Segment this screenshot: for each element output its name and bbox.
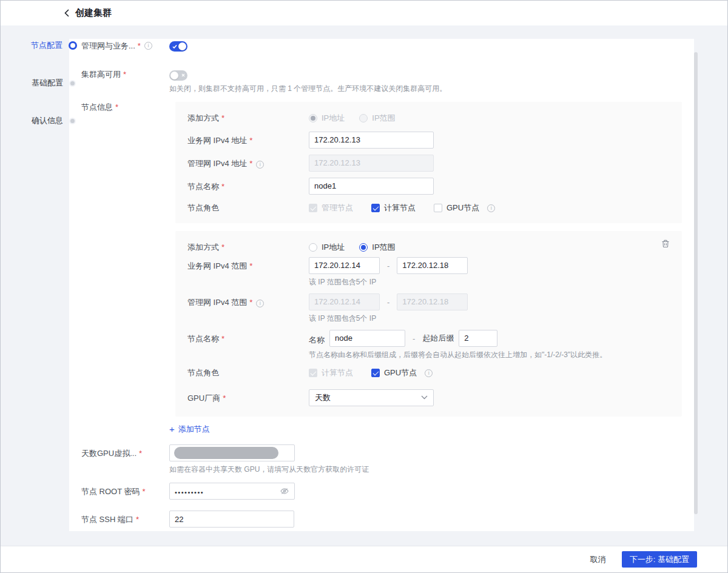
required-asterisk xyxy=(247,298,252,307)
cancel-button[interactable]: 取消 xyxy=(590,554,606,565)
mgmt-business-toggle[interactable] xyxy=(169,41,187,52)
node-section-2: 添加方式 IP地址 IP范围 业务网 IPv4 范围 - xyxy=(175,231,682,417)
required-asterisk xyxy=(113,102,118,113)
gpu-license-input[interactable] xyxy=(169,444,295,461)
row-mgmt-range: 管理网 IPv4 范围 - 该 IP 范围包含5个 IP xyxy=(187,293,670,323)
chevron-down-icon xyxy=(421,395,428,400)
name-prefix-label: 名称 xyxy=(309,331,325,346)
step-label: 基础配置 xyxy=(32,78,63,89)
cluster-ha-label: 集群高可用 xyxy=(81,69,169,80)
checkbox-box xyxy=(371,204,380,212)
info-icon[interactable] xyxy=(487,204,495,212)
delete-node-section-button[interactable] xyxy=(660,238,671,249)
row-root-password: 节点 ROOT 密码 ••••••••• xyxy=(81,483,682,500)
ssh-port-label: 节点 SSH 端口 xyxy=(81,511,169,525)
radio-ip-range[interactable]: IP范围 xyxy=(359,242,395,253)
ssh-port-input[interactable] xyxy=(169,511,294,528)
row-node-roles: 节点角色 计算节点 GPU节点 xyxy=(187,367,670,378)
toggle-x-icon xyxy=(181,73,185,77)
step-marker-active xyxy=(69,41,77,50)
toggle-password-visibility-button[interactable] xyxy=(280,487,289,495)
row-add-mode: 添加方式 IP地址 IP范围 xyxy=(187,242,670,253)
required-asterisk xyxy=(219,113,224,122)
name-prefix-input[interactable] xyxy=(329,330,405,347)
toggle-knob xyxy=(178,42,186,50)
next-step-button[interactable]: 下一步: 基础配置 xyxy=(622,551,697,568)
form-card: 管理网与业务... 集群高可用 xyxy=(69,39,694,531)
mgmt-range-label: 管理网 IPv4 范围 xyxy=(187,298,247,307)
gpu-vendor-label: GPU厂商 xyxy=(187,394,220,403)
mgmt-ip-input xyxy=(309,155,434,172)
required-asterisk xyxy=(140,486,146,497)
step-node-config[interactable]: 节点配置 xyxy=(14,40,77,51)
required-asterisk xyxy=(220,394,226,403)
step-label: 节点配置 xyxy=(31,40,62,51)
required-asterisk xyxy=(219,182,224,191)
node-name-label: 节点名称 xyxy=(187,334,219,343)
required-asterisk xyxy=(135,41,141,52)
checkbox-compute-node[interactable]: 计算节点 xyxy=(371,203,416,213)
radio-ip-address[interactable]: IP地址 xyxy=(309,113,345,124)
info-icon[interactable] xyxy=(256,300,264,307)
checkbox-mgmt-node: 管理节点 xyxy=(309,203,353,213)
trash-icon xyxy=(661,240,670,248)
mgmt-range-from-input xyxy=(309,293,380,310)
node-name-help: 节点名称由名称和后缀组成，后缀将会自动从起始后缀依次往上增加，如"-1/-2/-… xyxy=(309,350,670,360)
back-button[interactable]: 创建集群 xyxy=(64,7,112,19)
row-node-name: 节点名称 xyxy=(187,178,670,195)
radio-dot xyxy=(359,114,368,122)
mgmt-ip-label: 管理网 IPv4 地址 xyxy=(187,159,247,168)
required-asterisk xyxy=(219,243,224,252)
step-basic-config[interactable]: 基础配置 xyxy=(14,78,77,89)
page-body: 节点配置 基础配置 确认信息 管理网与业务... xyxy=(1,25,727,546)
vertical-scrollbar[interactable] xyxy=(694,52,698,514)
create-cluster-window: 创建集群 节点配置 基础配置 确认信息 管理网与业务... xyxy=(0,0,728,573)
row-node-info: 节点信息 添加方式 IP地址 IP范围 xyxy=(81,102,682,435)
stepper: 节点配置 基础配置 确认信息 xyxy=(14,40,77,153)
gpu-vendor-select[interactable]: 天数 xyxy=(309,389,434,406)
business-ip-input[interactable] xyxy=(309,132,434,149)
node-name-input[interactable] xyxy=(309,178,434,195)
start-suffix-input[interactable] xyxy=(459,330,497,347)
required-asterisk xyxy=(247,261,252,270)
info-icon[interactable] xyxy=(425,369,433,377)
cluster-ha-toggle[interactable] xyxy=(169,70,187,81)
business-range-from-input[interactable] xyxy=(309,257,380,274)
radio-dot xyxy=(309,243,317,252)
node-section-1: 添加方式 IP地址 IP范围 业务网 IPv4 地址 管理网 IPv4 地址 xyxy=(175,102,682,223)
radio-ip-address[interactable]: IP地址 xyxy=(309,242,345,253)
checkbox-gpu-node[interactable]: GPU节点 xyxy=(371,367,433,378)
row-gpu-vendor: GPU厂商 天数 xyxy=(187,389,670,406)
required-asterisk xyxy=(247,159,252,168)
row-gpu-license: 天数GPU虚拟... 如需在容器中共享天数 GPU，请填写从天数官方获取的许可证 xyxy=(81,444,682,474)
business-range-help: 该 IP 范围包含5个 IP xyxy=(309,278,670,287)
start-suffix-label: 起始后缀 xyxy=(422,333,454,344)
eye-slash-icon xyxy=(280,487,289,495)
page-footer: 取消 下一步: 基础配置 xyxy=(1,546,727,572)
root-password-label: 节点 ROOT 密码 xyxy=(81,483,169,497)
back-chevron-icon xyxy=(64,9,69,17)
range-dash: - xyxy=(387,297,389,307)
gpu-license-label: 天数GPU虚拟... xyxy=(81,444,169,459)
root-password-input[interactable]: ••••••••• xyxy=(169,483,295,500)
radio-dot xyxy=(309,114,317,122)
step-confirm-info[interactable]: 确认信息 xyxy=(14,115,77,126)
mgmt-business-label: 管理网与业务... xyxy=(81,41,169,52)
node-name-label: 节点名称 xyxy=(187,182,219,191)
business-range-to-input[interactable] xyxy=(397,257,468,274)
step-marker xyxy=(69,80,76,87)
checkbox-box xyxy=(309,204,317,212)
row-node-name: 节点名称 名称 - 起始后缀 节点名称由名称和后缀组成，后缀将会自动从起始后缀依… xyxy=(187,330,670,360)
add-node-button[interactable]: + 添加节点 xyxy=(169,424,210,435)
required-asterisk xyxy=(136,448,142,459)
radio-ip-range[interactable]: IP范围 xyxy=(359,113,395,124)
gpu-license-help: 如需在容器中共享天数 GPU，请填写从天数官方获取的许可证 xyxy=(169,465,682,474)
checkbox-box xyxy=(371,369,380,377)
required-asterisk xyxy=(121,69,126,80)
info-icon[interactable] xyxy=(144,42,152,50)
info-icon[interactable] xyxy=(256,161,264,169)
step-label: 确认信息 xyxy=(32,115,63,126)
checkbox-gpu-node[interactable]: GPU节点 xyxy=(434,203,495,213)
business-range-label: 业务网 IPv4 范围 xyxy=(187,261,247,270)
add-mode-label: 添加方式 xyxy=(187,243,219,252)
